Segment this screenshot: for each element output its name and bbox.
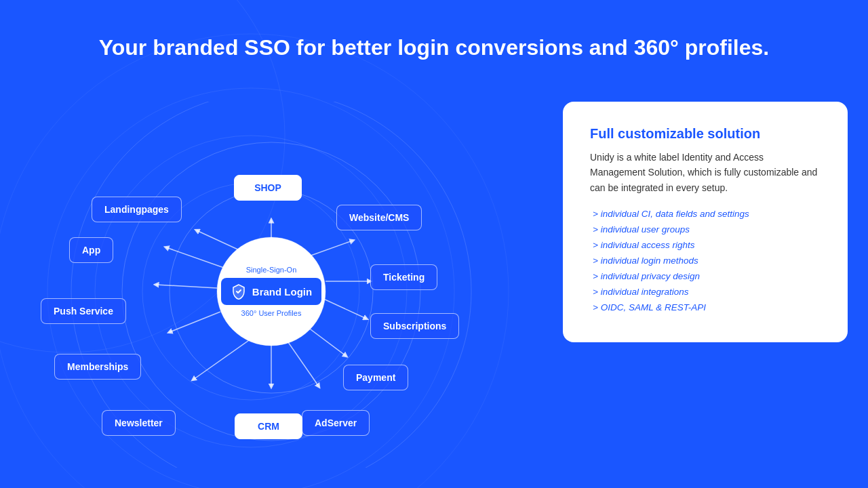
push-service-box: Push Service: [41, 298, 126, 324]
newsletter-box: Newsletter: [102, 410, 176, 436]
shop-label: SHOP: [254, 182, 281, 193]
memberships-label: Memberships: [67, 361, 128, 372]
ticketing-label: Ticketing: [383, 272, 425, 283]
landingpages-label: Landingpages: [104, 204, 169, 215]
newsletter-label: Newsletter: [115, 418, 163, 428]
app-label: App: [82, 245, 100, 256]
crm-label: CRM: [258, 421, 279, 432]
svg-line-18: [156, 285, 217, 288]
subscriptions-label: Subscriptions: [383, 321, 446, 331]
ticketing-box: Ticketing: [370, 264, 437, 290]
svg-line-14: [288, 342, 319, 386]
svg-line-12: [322, 298, 366, 319]
feature-item: > individual integrations: [590, 287, 821, 297]
feature-item: > individual user groups: [590, 224, 821, 235]
feature-item: > individual login methods: [590, 256, 821, 266]
diagram-container: Single-Sign-On Brand Login 360° User Pro…: [20, 102, 522, 468]
center-circle: Single-Sign-On Brand Login 360° User Pro…: [217, 237, 326, 346]
svg-line-10: [305, 241, 353, 258]
feature-item: > individual CI, data fields and setting…: [590, 209, 821, 219]
svg-line-16: [193, 339, 251, 380]
card-description: Unidy is a white label Identity and Acce…: [590, 150, 821, 195]
feature-item: > OIDC, SAML & REST-API: [590, 302, 821, 312]
subscriptions-box: Subscriptions: [370, 313, 459, 339]
website-cms-label: Website/CMS: [349, 212, 409, 223]
info-card: Full customizable solution Unidy is a wh…: [563, 102, 848, 342]
app-box: App: [69, 237, 113, 263]
website-cms-box: Website/CMS: [336, 205, 422, 230]
svg-line-20: [197, 230, 241, 251]
feature-item: > individual access rights: [590, 240, 821, 250]
shop-box: SHOP: [234, 175, 302, 201]
brand-login-label: Brand Login: [252, 286, 312, 298]
svg-line-19: [166, 247, 224, 268]
crm-box: CRM: [235, 413, 302, 439]
adserver-label: AdServer: [315, 418, 357, 428]
card-title: Full customizable solution: [590, 126, 821, 142]
sso-label: Single-Sign-On: [246, 266, 297, 274]
svg-line-13: [305, 325, 346, 356]
shield-icon: [231, 283, 247, 300]
profiles-label: 360° User Profiles: [241, 309, 302, 317]
svg-line-17: [170, 312, 220, 332]
feature-item: > individual privacy design: [590, 271, 821, 281]
headline-text: Your branded SSO for better login conver…: [99, 35, 769, 60]
push-service-label: Push Service: [54, 306, 113, 317]
page-headline: Your branded SSO for better login conver…: [0, 35, 868, 60]
adserver-box: AdServer: [302, 410, 370, 436]
memberships-box: Memberships: [54, 354, 141, 380]
brand-login-button[interactable]: Brand Login: [221, 278, 321, 305]
landingpages-box: Landingpages: [92, 197, 182, 222]
payment-label: Payment: [356, 372, 395, 383]
payment-box: Payment: [343, 365, 408, 390]
card-features-list: > individual CI, data fields and setting…: [590, 209, 821, 312]
